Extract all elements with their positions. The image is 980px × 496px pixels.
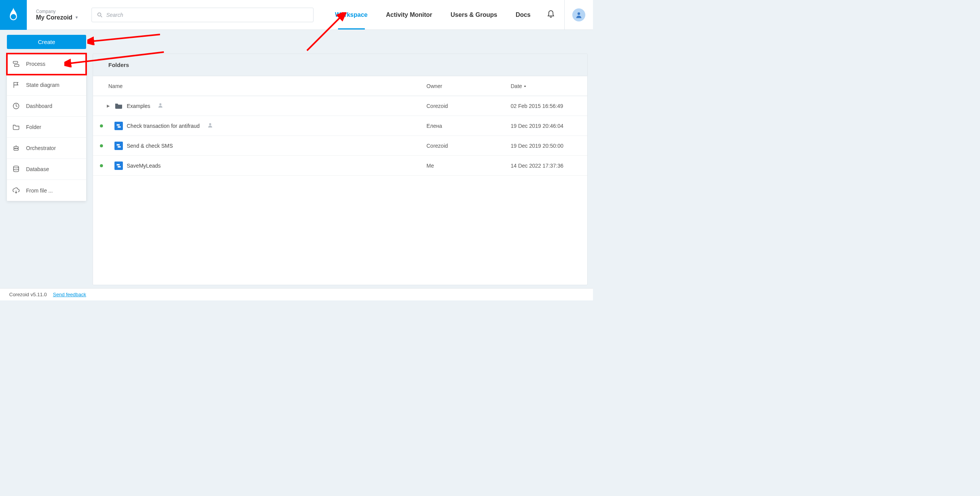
svg-line-18 — [91, 34, 160, 41]
svg-rect-15 — [118, 146, 121, 147]
svg-point-8 — [16, 148, 18, 149]
shared-icon — [158, 103, 163, 109]
caret-down-icon: ▼ — [75, 15, 78, 20]
status-dot-active — [100, 164, 103, 167]
row-date: 02 Feb 2015 16:56:49 — [511, 103, 587, 109]
column-name[interactable]: Name — [93, 83, 426, 89]
app-logo[interactable] — [0, 0, 27, 30]
row-date: 19 Dec 2019 20:50:00 — [511, 143, 587, 149]
table-header: Name Owner Date ▲ — [93, 76, 587, 96]
row-name: Examples — [127, 103, 150, 109]
nav-workspace[interactable]: Workspace — [326, 0, 377, 29]
svg-rect-11 — [117, 124, 120, 126]
svg-point-10 — [160, 103, 162, 105]
table-row[interactable]: Send & check SMSCorezoid19 Dec 2019 20:5… — [93, 136, 587, 156]
top-nav: Workspace Activity Monitor Users & Group… — [326, 0, 593, 29]
user-avatar[interactable] — [572, 8, 585, 21]
create-menu: Process State diagram Dashboard Folder O… — [7, 54, 86, 201]
column-date-label: Date — [511, 83, 522, 89]
search-icon — [97, 12, 102, 18]
main-panel: Folders Name Owner Date ▲ ▶ExamplesCorez… — [93, 54, 588, 285]
column-date[interactable]: Date ▲ — [511, 83, 587, 89]
bell-icon — [547, 10, 555, 18]
svg-rect-12 — [118, 126, 121, 127]
nav-users-groups[interactable]: Users & Groups — [441, 0, 506, 29]
svg-point-13 — [209, 123, 211, 125]
create-menu-database[interactable]: Database — [7, 159, 86, 180]
menu-item-label: Orchestrator — [26, 145, 56, 151]
svg-point-7 — [15, 148, 16, 149]
create-menu-state-diagram[interactable]: State diagram — [7, 75, 86, 96]
folders-header: Folders — [93, 54, 587, 76]
row-owner: Елена — [426, 123, 511, 129]
row-name: Check transaction for antifraud — [127, 123, 200, 129]
row-name: SaveMyLeads — [127, 163, 161, 169]
row-owner: Me — [426, 163, 511, 169]
clock-icon — [12, 102, 20, 110]
menu-item-label: From file ... — [26, 188, 53, 194]
annotation-arrow — [87, 31, 164, 45]
table-row[interactable]: Check transaction for antifraudЕлена19 D… — [93, 116, 587, 136]
footer: Corezoid v5.11.0 Send feedback — [0, 288, 593, 300]
menu-item-label: Database — [26, 166, 49, 172]
svg-rect-17 — [118, 166, 121, 167]
process-icon — [114, 162, 123, 170]
send-feedback-link[interactable]: Send feedback — [53, 292, 86, 297]
user-icon — [575, 11, 583, 19]
company-selector[interactable]: Company My Corezoid ▼ — [27, 9, 88, 21]
notifications-button[interactable] — [540, 10, 562, 20]
create-button[interactable]: Create — [7, 35, 86, 49]
status-dot-active — [100, 144, 103, 147]
create-menu-folder[interactable]: Folder — [7, 117, 86, 138]
menu-item-label: Folder — [26, 124, 41, 130]
menu-item-label: State diagram — [26, 82, 59, 88]
svg-rect-3 — [13, 61, 18, 63]
expand-icon[interactable]: ▶ — [107, 104, 111, 108]
row-owner: Corezoid — [426, 103, 511, 109]
flag-icon — [12, 81, 20, 89]
row-name-cell: Check transaction for antifraud — [93, 122, 426, 130]
search-box[interactable] — [91, 8, 314, 22]
row-name-cell: ▶Examples — [93, 102, 426, 110]
company-label: Company — [36, 9, 78, 14]
status-dot-active — [100, 124, 103, 127]
menu-item-label: Dashboard — [26, 103, 52, 109]
folder-icon — [114, 102, 123, 110]
svg-point-2 — [578, 12, 580, 15]
nav-activity-monitor[interactable]: Activity Monitor — [377, 0, 441, 29]
svg-line-1 — [101, 16, 102, 17]
create-menu-process[interactable]: Process — [7, 54, 86, 75]
create-menu-dashboard[interactable]: Dashboard — [7, 96, 86, 117]
table-row[interactable]: SaveMyLeadsMe14 Dec 2022 17:37:36 — [93, 156, 587, 176]
process-icon — [12, 60, 20, 68]
search-input[interactable] — [106, 12, 308, 18]
menu-item-label: Process — [26, 61, 46, 67]
database-icon — [12, 165, 20, 173]
svg-point-9 — [13, 166, 18, 168]
svg-rect-16 — [117, 164, 120, 165]
process-icon — [114, 142, 123, 150]
cloud-download-icon — [12, 187, 20, 194]
row-name: Send & check SMS — [127, 143, 173, 149]
process-icon — [114, 122, 123, 130]
table-row[interactable]: ▶ExamplesCorezoid02 Feb 2015 16:56:49 — [93, 96, 587, 116]
create-menu-from-file[interactable]: From file ... — [7, 180, 86, 201]
svg-rect-14 — [117, 144, 120, 145]
folder-icon — [12, 123, 20, 131]
column-owner[interactable]: Owner — [426, 83, 511, 89]
row-name-cell: SaveMyLeads — [93, 162, 426, 170]
shared-icon — [207, 122, 213, 129]
top-bar: Company My Corezoid ▼ Workspace Activity… — [0, 0, 593, 30]
version-label: Corezoid v5.11.0 — [9, 292, 47, 297]
svg-rect-4 — [15, 65, 19, 67]
status-dot-spacer — [100, 104, 103, 108]
company-name: My Corezoid — [36, 14, 72, 21]
create-menu-orchestrator[interactable]: Orchestrator — [7, 138, 86, 159]
sort-ascending-icon: ▲ — [524, 84, 527, 88]
divider — [564, 0, 565, 30]
nav-docs[interactable]: Docs — [506, 0, 540, 29]
row-date: 14 Dec 2022 17:37:36 — [511, 163, 587, 169]
row-date: 19 Dec 2019 20:46:04 — [511, 123, 587, 129]
robot-icon — [12, 144, 20, 152]
row-name-cell: Send & check SMS — [93, 142, 426, 150]
